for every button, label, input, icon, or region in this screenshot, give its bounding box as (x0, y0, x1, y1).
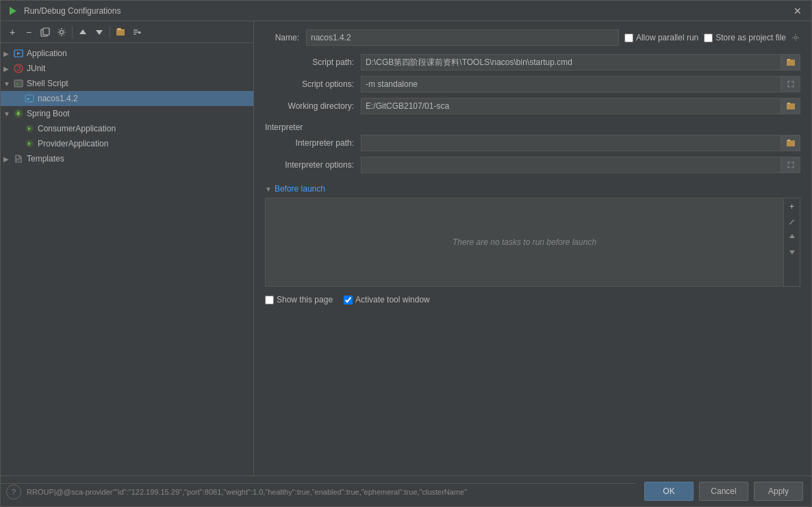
folder-open-icon-3 (786, 139, 796, 147)
application-label: Application (27, 49, 67, 58)
before-launch-edit-button[interactable] (785, 215, 799, 229)
expand-icon-spring: ▼ (3, 110, 12, 118)
script-path-input[interactable] (361, 54, 781, 70)
working-directory-browse-button[interactable] (781, 98, 800, 114)
working-directory-label: Working directory: (265, 101, 361, 111)
before-launch-empty-text: There are no tasks to run before launch (266, 198, 783, 286)
ok-button[interactable]: OK (644, 482, 694, 501)
copy-configuration-button[interactable] (38, 25, 53, 40)
expand-icon-application: ▶ (3, 50, 12, 57)
title-bar: Run/Debug Configurations ✕ (1, 1, 811, 21)
expand-arrows-icon-2 (787, 161, 794, 168)
tree-item-templates[interactable]: ▶ Templates (1, 151, 253, 166)
activate-tool-window-option: Activate tool window (344, 295, 430, 304)
templates-label: Templates (27, 154, 64, 164)
name-row: Name: Allow parallel run Store as projec… (265, 29, 800, 46)
expand-icon-junit: ▶ (3, 65, 12, 73)
before-launch-title: Before launch (275, 184, 325, 194)
tree-item-shell-script[interactable]: ▼ >_ Shell Script (1, 76, 253, 91)
before-launch-add-button[interactable]: + (785, 200, 799, 213)
settings-icon (57, 27, 66, 37)
consumer-app-icon (24, 123, 35, 134)
interpreter-section-header: Interpreter (265, 122, 303, 132)
help-button[interactable]: ? (6, 484, 21, 499)
name-input[interactable] (306, 29, 619, 46)
before-launch-up-button[interactable] (785, 230, 799, 244)
store-as-project-label: Store as project file (715, 33, 786, 42)
add-configuration-button[interactable]: + (5, 25, 20, 40)
tree-item-junit[interactable]: ▶ JUnit (1, 61, 253, 76)
tree-item-application[interactable]: ▶ Application (1, 46, 253, 61)
main-content: + − (1, 21, 811, 476)
working-directory-row: Working directory: (265, 98, 800, 114)
svg-point-22 (794, 36, 797, 39)
allow-parallel-label: Allow parallel run (636, 33, 698, 42)
working-directory-input[interactable] (361, 98, 781, 114)
tree-item-spring-boot[interactable]: ▼ Spring Boot (1, 106, 253, 121)
script-options-input[interactable] (361, 76, 781, 92)
nacos-label: nacos1.4.2 (38, 94, 78, 103)
before-launch-down-button[interactable] (785, 245, 799, 259)
script-path-browse-button[interactable] (781, 54, 800, 70)
remove-configuration-button[interactable]: − (21, 25, 36, 40)
svg-text:>_: >_ (27, 96, 33, 102)
consumer-app-label: ConsumerApplication (38, 124, 116, 133)
cancel-button[interactable]: Cancel (699, 482, 748, 501)
svg-rect-2 (43, 28, 49, 35)
svg-text:>_: >_ (16, 81, 22, 87)
show-this-page-option: Show this page (265, 295, 333, 304)
expand-arrows-icon (787, 81, 794, 88)
interpreter-options-label: Interpreter options: (265, 160, 361, 170)
interpreter-path-row: Interpreter path: (265, 135, 800, 151)
folder-open-icon (786, 58, 796, 66)
script-path-label: Script path: (265, 57, 361, 67)
junit-label: JUnit (27, 64, 45, 73)
toolbar-separator-2 (110, 26, 110, 38)
run-debug-configurations-dialog: Run/Debug Configurations ✕ + − (0, 0, 812, 507)
bottom-options: Show this page Activate tool window (265, 295, 800, 304)
toolbar-separator-1 (72, 26, 73, 38)
footer-container: ? RROUP|@@sca-provider""id":"122.199.15.… (1, 476, 811, 506)
interpreter-options-input[interactable] (361, 157, 781, 173)
tree-item-nacos142[interactable]: ▶ >_ nacos1.4.2 (1, 91, 253, 106)
store-as-project-checkbox[interactable] (704, 34, 713, 42)
allow-parallel-checkbox[interactable] (624, 34, 633, 42)
interpreter-path-input-container (361, 135, 800, 151)
interpreter-path-browse-button[interactable] (781, 135, 800, 151)
open-folder-button[interactable] (113, 25, 128, 40)
script-options-expand-button[interactable] (781, 76, 800, 92)
name-input-container: Allow parallel run Store as project file (306, 29, 800, 46)
show-this-page-checkbox[interactable] (265, 296, 274, 304)
before-launch-header[interactable]: ▼ Before launch (265, 184, 800, 194)
script-path-input-container (361, 54, 800, 70)
configurations-toolbar: + − (1, 21, 253, 43)
interpreter-path-input[interactable] (361, 135, 781, 151)
footer-buttons: OK Cancel Apply (636, 476, 811, 506)
before-launch-toolbar: + (783, 198, 800, 286)
status-bar: ? RROUP|@@sca-provider""id":"122.199.15.… (1, 483, 636, 499)
edit-icon (788, 218, 796, 226)
down-arrow-small-icon (789, 248, 796, 255)
tree-item-provider-app[interactable]: ▶ ProviderApplication (1, 136, 253, 151)
svg-point-3 (60, 30, 64, 34)
activate-tool-window-checkbox[interactable] (344, 296, 353, 304)
folder-icon (116, 27, 125, 37)
before-launch-section: ▼ Before launch There are no tasks to ru… (265, 184, 800, 287)
interpreter-options-expand-button[interactable] (781, 157, 800, 173)
store-as-project-container: Store as project file (704, 33, 800, 42)
close-button[interactable]: ✕ (791, 5, 804, 16)
svg-marker-5 (96, 30, 103, 35)
name-label: Name: (265, 33, 306, 42)
activate-tool-window-label: Activate tool window (355, 295, 430, 304)
move-up-button[interactable] (75, 25, 90, 40)
move-down-button[interactable] (92, 25, 107, 40)
spring-boot-icon (13, 108, 24, 119)
svg-point-12 (14, 64, 23, 73)
sort-button[interactable] (129, 25, 144, 40)
apply-button[interactable]: Apply (754, 482, 803, 501)
settings-button[interactable] (54, 25, 69, 40)
expand-icon-templates: ▶ (3, 155, 12, 163)
tree-item-consumer-app[interactable]: ▶ ConsumerApplication (1, 121, 253, 136)
settings-small-icon (791, 33, 800, 42)
up-arrow-icon (79, 28, 87, 36)
